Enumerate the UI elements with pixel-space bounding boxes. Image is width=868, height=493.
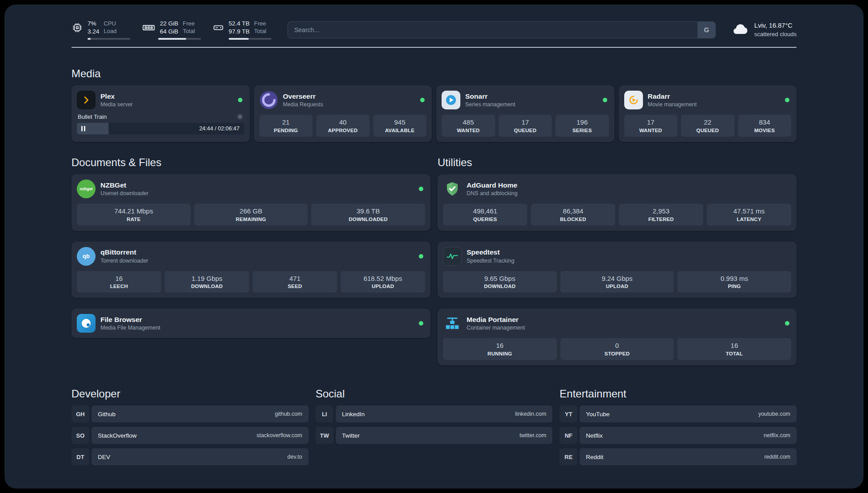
section-utilities: Utilities AdGuard Home D (438, 156, 797, 365)
ram-widget: 22 GiB 64 GiB Free Total (142, 20, 201, 40)
nzbget-icon-text: nzbget (80, 187, 93, 191)
service-card-nzbget[interactable]: nzbget NZBGet Usenet downloader 744.21 M… (71, 174, 430, 231)
bookmark-twitter[interactable]: TW Twittertwitter.com (316, 427, 553, 444)
bookmark-github[interactable]: GH Githubgithub.com (71, 405, 309, 422)
bookmark-name: DEV (98, 454, 110, 460)
overseerr-icon (259, 91, 278, 109)
cpu-icon (71, 22, 83, 33)
stat-download: 9.65 GbpsDOWNLOAD (443, 271, 557, 293)
stat-total: 16TOTAL (677, 338, 791, 360)
stat-upload: 9.24 GbpsUPLOAD (560, 271, 674, 293)
disk-widget: 52.4 TB 97.9 TB Free Total (213, 20, 271, 40)
bookmark-name: Reddit (586, 454, 603, 460)
playback-time: 24:44 / 02:06:47 (199, 125, 244, 132)
stat-latency: 47.571 msLATENCY (707, 204, 791, 226)
bookmark-linkedin[interactable]: LI LinkedInlinkedin.com (316, 405, 553, 422)
disk-icon (213, 22, 224, 33)
stat-blocked: 86,384BLOCKED (531, 204, 615, 226)
pause-icon[interactable] (77, 126, 90, 131)
bookmark-youtube[interactable]: YT YouTubeyoutube.com (559, 405, 797, 422)
bookmark-name: StackOverflow (98, 432, 137, 439)
service-subtitle: Media Requests (283, 101, 323, 108)
playback-progress-bar[interactable]: 24:44 / 02:06:47 (77, 123, 244, 134)
search-provider-button[interactable]: G (697, 22, 715, 38)
bookmark-abbr: DT (71, 448, 89, 465)
service-card-radarr[interactable]: Radarr Movie management 17WANTED 22QUEUE… (619, 85, 797, 142)
service-name: Media Portainer (467, 315, 525, 324)
service-subtitle: Speedtest Tracking (467, 257, 514, 264)
bookmark-abbr: SO (71, 427, 89, 444)
cpu-widget: 7% 3.24 CPU Load (71, 20, 130, 40)
stat-queries: 498,461QUERIES (443, 204, 527, 226)
stat-leech: 16LEECH (77, 271, 161, 293)
service-card-portainer[interactable]: Media Portainer Container management 16R… (438, 309, 797, 365)
bookmark-stackoverflow[interactable]: SO StackOverflowstackoverflow.com (71, 427, 309, 444)
bookmark-abbr: GH (71, 405, 89, 422)
bookmark-name: LinkedIn (342, 411, 365, 418)
bookmark-name: YouTube (586, 411, 609, 418)
service-subtitle: Usenet downloader (100, 190, 149, 197)
service-subtitle: Torrent downloader (100, 257, 148, 264)
service-card-qbittorrent[interactable]: qb qBittorrent Torrent downloader 16LEEC… (71, 242, 430, 298)
ram-free-label: Free (183, 20, 195, 28)
service-subtitle: Media File Management (100, 324, 160, 331)
stat-remaining: 266 GBREMAINING (194, 204, 308, 226)
bookmark-name: Github (98, 411, 116, 418)
service-card-speedtest[interactable]: Speedtest Speedtest Tracking 9.65 GbpsDO… (438, 242, 797, 298)
stat-ping: 0.993 msPING (677, 271, 791, 293)
filebrowser-icon (77, 314, 96, 333)
bookmark-reddit[interactable]: RE Redditreddit.com (559, 448, 797, 465)
search-input[interactable] (288, 22, 697, 38)
section-documents: Documents & Files nzbget NZBGet Usenet d… (71, 156, 430, 365)
section-title-media: Media (71, 67, 797, 80)
status-dot (419, 321, 423, 326)
service-name: AdGuard Home (467, 181, 517, 190)
bookmark-url: dev.to (288, 454, 302, 460)
bookmark-netflix[interactable]: NF Netflixnetflix.com (559, 427, 797, 444)
ram-total-label: Total (183, 28, 195, 35)
service-name: Sonarr (465, 92, 515, 101)
ram-total-value: 64 GiB (160, 28, 178, 36)
service-card-adguard[interactable]: AdGuard Home DNS and adblocking 498,461Q… (438, 174, 797, 231)
section-title-utilities: Utilities (438, 156, 797, 169)
bookmark-abbr: LI (316, 405, 334, 422)
gear-icon[interactable] (237, 113, 243, 120)
cpu-progress-bar (88, 38, 130, 40)
status-dot (420, 98, 425, 102)
bookmark-abbr: NF (559, 427, 577, 444)
disk-total-label: Total (254, 28, 266, 35)
radarr-icon (624, 91, 643, 109)
service-card-overseerr[interactable]: Overseerr Media Requests 21PENDING 40APP… (254, 85, 432, 142)
bookmark-dev[interactable]: DT DEVdev.to (71, 448, 309, 465)
bookmark-name: Netflix (586, 432, 603, 439)
stat-stopped: 0STOPPED (560, 338, 674, 360)
status-dot (785, 321, 789, 326)
bookmark-url: github.com (275, 411, 302, 417)
portainer-icon (443, 314, 462, 333)
bookmark-url: twitter.com (520, 432, 547, 439)
bookmark-url: stackoverflow.com (257, 432, 302, 439)
stat-rate: 744.21 MbpsRATE (77, 204, 191, 226)
section-title-social: Social (316, 388, 553, 400)
status-dot (785, 98, 789, 102)
disk-progress-bar (229, 38, 271, 40)
service-subtitle: Series management (465, 101, 515, 108)
now-playing-title: Bullet Train (78, 113, 107, 120)
status-dot (603, 98, 607, 102)
bookmark-url: youtube.com (758, 411, 790, 417)
service-card-sonarr[interactable]: Sonarr Series management 485WANTED 17QUE… (436, 85, 614, 142)
weather-widget[interactable]: Lviv, 16.87°C scattered clouds (732, 21, 797, 39)
disk-free-value: 52.4 TB (229, 20, 250, 28)
service-card-filebrowser[interactable]: File Browser Media File Management (71, 309, 430, 338)
stat-queued: 22QUEUED (681, 115, 734, 137)
service-subtitle: Container management (467, 324, 525, 331)
qbittorrent-icon: qb (77, 247, 96, 266)
service-card-plex[interactable]: Plex Media server Bullet Train (71, 85, 250, 142)
status-dot (419, 254, 423, 259)
service-subtitle: DNS and adblocking (467, 190, 517, 197)
stat-wanted: 17WANTED (624, 115, 678, 137)
cpu-load-value: 3.24 (88, 28, 99, 36)
bookmark-abbr: TW (316, 427, 334, 444)
stat-upload: 618.52 MbpsUPLOAD (341, 271, 425, 293)
service-name: NZBGet (100, 181, 149, 190)
